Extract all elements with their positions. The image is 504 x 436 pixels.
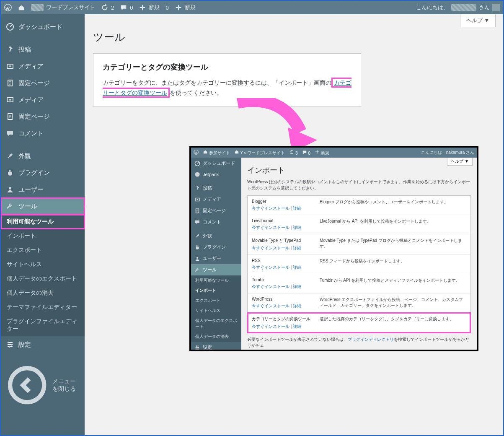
- inner-mi-tools[interactable]: ツール: [191, 264, 241, 275]
- importer-desc: LiveJournal から API を利用して投稿をインポートします。: [320, 218, 466, 231]
- comments-link[interactable]: 0: [120, 4, 133, 11]
- submenu-export-personal[interactable]: 個人データのエクスポート: [1, 272, 85, 286]
- importer-row: WordPress今すぐインストール | 詳細WordPress エクスポートフ…: [248, 293, 470, 313]
- detail-link[interactable]: 詳細: [293, 246, 301, 250]
- plugin-directory-link[interactable]: プラグインディレクトリ: [348, 337, 394, 342]
- inner-mi-comments[interactable]: コメント: [191, 216, 241, 228]
- detail-link[interactable]: 詳細: [293, 324, 301, 329]
- inner-admin-bar: 参加サイト Y s ワードプレスサイト 3 0 新規 こんにちは、nakamur…: [191, 148, 477, 158]
- submenu-site-health[interactable]: サイトヘルス: [1, 257, 85, 272]
- inner-screenshot: 参加サイト Y s ワードプレスサイト 3 0 新規 こんにちは、nakamur…: [189, 146, 478, 351]
- wp-logo[interactable]: [4, 4, 12, 11]
- card-text: カテゴリーをタグに、またはタグをカテゴリーに変換するには、「インポート」画面のカ…: [103, 78, 352, 98]
- media-icon: [6, 62, 14, 70]
- submenu-erase-personal[interactable]: 個人データの消去: [1, 286, 85, 300]
- inner-submenu: 利用可能なツール インポート エクスポート サイトヘルス 個人データのエクスポー…: [191, 275, 241, 342]
- sidebar-item-appearance[interactable]: 外観: [1, 148, 85, 164]
- comment-icon: [120, 4, 127, 11]
- sidebar-item-dashboard[interactable]: ダッシュボード: [1, 18, 85, 35]
- importer-row: Movable Type と TypePad今すぐインストール | 詳細Mova…: [248, 234, 470, 255]
- inner-mi-appearance[interactable]: 外観: [191, 230, 241, 241]
- install-link[interactable]: 今すぐインストール: [252, 284, 289, 289]
- inner-mi-plugins[interactable]: プラグイン: [191, 241, 241, 253]
- sidebar-item-settings[interactable]: 設定: [1, 336, 85, 353]
- sidebar-item-pages-2[interactable]: 固定ページ: [1, 108, 85, 125]
- admin-sidebar: ダッシュボード 投稿 メディア 固定ページ メディア 固定ページ コメント 外観…: [1, 14, 85, 435]
- importer-row: カテゴリーとタグの変換ツール今すぐインストール | 詳細選択した既存のカテゴリー…: [248, 313, 470, 333]
- inner-new[interactable]: 新規: [315, 149, 329, 156]
- join-sites[interactable]: 参加サイト: [203, 149, 230, 156]
- importer-name: LiveJournal: [252, 218, 315, 223]
- user-icon: [6, 185, 14, 194]
- sidebar-item-posts[interactable]: 投稿: [1, 41, 85, 58]
- detail-link[interactable]: 詳細: [293, 284, 301, 289]
- detail-link[interactable]: 詳細: [293, 225, 301, 230]
- sidebar-item-tools[interactable]: ツール: [1, 198, 85, 215]
- plus-icon: [175, 4, 182, 11]
- greeting[interactable]: こんにちは、さん: [416, 4, 500, 11]
- refresh-icon: [289, 150, 294, 155]
- install-link[interactable]: 今すぐインストール: [252, 206, 289, 210]
- inner-greeting[interactable]: こんにちは、nakamura さん: [421, 150, 474, 156]
- inner-si-erase-personal[interactable]: 個人データの消去: [191, 332, 241, 342]
- importer-name: Tumblr: [252, 278, 315, 282]
- page-icon: [6, 79, 14, 87]
- collapse-menu[interactable]: メニューを閉じる: [1, 359, 85, 411]
- updates-link[interactable]: 2: [101, 4, 114, 11]
- inner-mi-dashboard[interactable]: ダッシュボード: [191, 158, 241, 169]
- inner-mi-media[interactable]: メディア: [191, 194, 241, 205]
- detail-link[interactable]: 詳細: [293, 265, 301, 270]
- home-icon: [203, 149, 208, 154]
- importer-desc: Tumblr から API を利用して投稿とメディアファイルをインポートします。: [320, 278, 466, 290]
- wp-logo[interactable]: [194, 150, 199, 156]
- help-tab[interactable]: ヘルプ ▼: [460, 14, 496, 27]
- submenu-available-tools[interactable]: 利用可能なツール: [1, 215, 85, 229]
- sidebar-item-plugins[interactable]: プラグイン: [1, 164, 85, 181]
- importer-name: WordPress: [252, 297, 315, 301]
- site-title[interactable]: ワードプレスサイト: [31, 4, 95, 11]
- sidebar-item-comments[interactable]: コメント: [1, 125, 85, 142]
- submenu-plugin-editor[interactable]: プラグインファイルエディター: [1, 314, 85, 336]
- submenu-theme-editor[interactable]: テーマファイルエディター: [1, 300, 85, 314]
- inner-si-health[interactable]: サイトヘルス: [191, 306, 241, 316]
- new-link-2[interactable]: 新規: [175, 4, 196, 11]
- new-link[interactable]: 新規: [139, 4, 160, 11]
- inner-si-export[interactable]: エクスポート: [191, 296, 241, 306]
- importer-row: Tumblr今すぐインストール | 詳細Tumblr から API を利用して投…: [248, 274, 470, 293]
- sidebar-item-media[interactable]: メディア: [1, 58, 85, 75]
- inner-mi-pages[interactable]: 固定ページ: [191, 205, 241, 216]
- inner-si-import[interactable]: インポート: [191, 285, 241, 296]
- submenu-export[interactable]: エクスポート: [1, 243, 85, 257]
- dashboard-icon: [6, 23, 14, 31]
- install-link[interactable]: 今すぐインストール: [252, 225, 289, 230]
- inner-site-title[interactable]: Y s ワードプレスサイト: [234, 149, 285, 156]
- install-link[interactable]: 今すぐインストール: [252, 265, 289, 270]
- detail-link[interactable]: 詳細: [293, 304, 301, 308]
- inner-help-tab[interactable]: ヘルプ ▼: [447, 158, 473, 166]
- importers-table: Blogger今すぐインストール | 詳細Blogger ブログから投稿やコメン…: [247, 195, 471, 333]
- inner-si-available[interactable]: 利用可能なツール: [191, 275, 241, 285]
- home-icon: [234, 149, 239, 154]
- install-link[interactable]: 今すぐインストール: [252, 246, 289, 250]
- home-link[interactable]: [18, 4, 25, 11]
- install-link[interactable]: 今すぐインストール: [252, 324, 289, 329]
- detail-link[interactable]: 詳細: [293, 206, 301, 210]
- importer-desc: 選択した既存のカテゴリーをタグに、タグをカテゴリーに変換します。: [320, 316, 466, 330]
- submenu-import[interactable]: インポート: [1, 229, 85, 243]
- inner-mi-settings[interactable]: 設定: [191, 342, 241, 350]
- inner-mi-users[interactable]: ユーザー: [191, 253, 241, 264]
- inner-si-export-personal[interactable]: 個人データのエクスポート: [191, 316, 241, 332]
- inner-mi-jetpack[interactable]: Jetpack: [191, 169, 241, 180]
- importer-row: Blogger今すぐインストール | 詳細Blogger ブログから投稿やコメン…: [248, 196, 470, 215]
- install-link[interactable]: 今すぐインストール: [252, 304, 289, 308]
- sidebar-item-users[interactable]: ユーザー: [1, 181, 85, 198]
- importer-name: RSS: [252, 258, 315, 263]
- inner-mi-posts[interactable]: 投稿: [191, 182, 241, 194]
- sidebar-item-media-2[interactable]: メディア: [1, 91, 85, 108]
- sidebar-item-pages[interactable]: 固定ページ: [1, 75, 85, 91]
- inner-updates[interactable]: 3: [289, 150, 297, 156]
- inner-intro: WordPress は別のシステムの投稿やコメントをこのサイトにインポートできま…: [247, 179, 471, 191]
- importer-name: カテゴリーとタグの変換ツール: [252, 316, 315, 322]
- inner-comments[interactable]: 0: [302, 150, 310, 156]
- count-0[interactable]: 0: [165, 5, 168, 11]
